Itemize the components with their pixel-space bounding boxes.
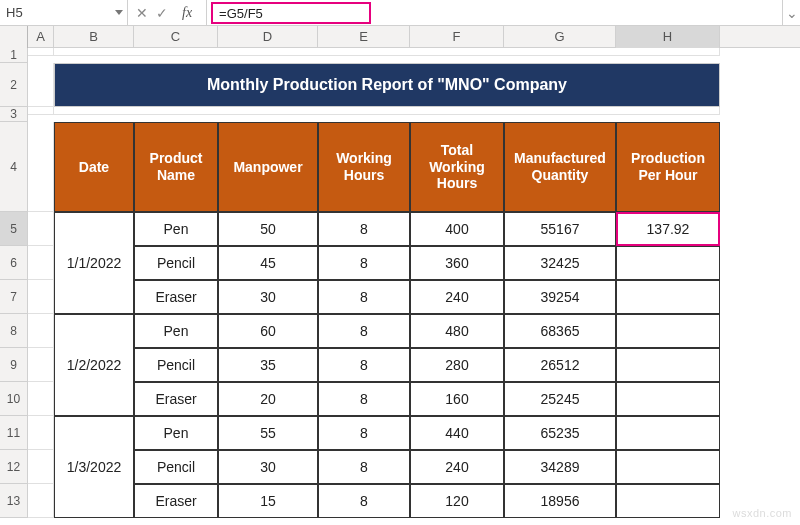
table-cell[interactable]: [616, 484, 720, 518]
table-cell[interactable]: Eraser: [134, 280, 218, 314]
th-qty[interactable]: Manufactured Quantity: [504, 122, 616, 212]
table-cell[interactable]: 120: [410, 484, 504, 518]
th-hours[interactable]: Working Hours: [318, 122, 410, 212]
row-header-11[interactable]: 11: [0, 416, 28, 450]
col-header-H[interactable]: H: [616, 26, 720, 48]
col-header-G[interactable]: G: [504, 26, 616, 48]
table-cell[interactable]: 55: [218, 416, 318, 450]
table-cell[interactable]: 8: [318, 450, 410, 484]
table-cell[interactable]: 360: [410, 246, 504, 280]
table-cell[interactable]: Pen: [134, 212, 218, 246]
table-cell[interactable]: [616, 348, 720, 382]
date-cell[interactable]: 1/1/2022: [54, 212, 134, 314]
table-cell[interactable]: 480: [410, 314, 504, 348]
cell[interactable]: [28, 122, 54, 212]
table-cell[interactable]: Eraser: [134, 484, 218, 518]
col-header-E[interactable]: E: [318, 26, 410, 48]
accept-icon[interactable]: ✓: [156, 5, 168, 21]
table-cell[interactable]: [616, 314, 720, 348]
cell[interactable]: [28, 314, 54, 348]
row-header-13[interactable]: 13: [0, 484, 28, 518]
table-cell[interactable]: 240: [410, 450, 504, 484]
report-title[interactable]: Monthly Production Report of "MNO" Compa…: [54, 63, 720, 107]
cancel-icon[interactable]: ✕: [136, 5, 148, 21]
table-cell[interactable]: 30: [218, 450, 318, 484]
cell[interactable]: [28, 382, 54, 416]
table-cell[interactable]: 45: [218, 246, 318, 280]
table-cell[interactable]: 50: [218, 212, 318, 246]
table-cell[interactable]: 8: [318, 280, 410, 314]
table-cell[interactable]: 400: [410, 212, 504, 246]
th-date[interactable]: Date: [54, 122, 134, 212]
chevron-down-icon[interactable]: [115, 10, 123, 15]
row-header-12[interactable]: 12: [0, 450, 28, 484]
th-total-hours[interactable]: Total Working Hours: [410, 122, 504, 212]
cell[interactable]: [28, 63, 54, 107]
table-cell[interactable]: 440: [410, 416, 504, 450]
th-product[interactable]: Product Name: [134, 122, 218, 212]
spreadsheet-grid[interactable]: A B C D E F G H 1 2 Monthly Production R…: [0, 26, 800, 518]
cell[interactable]: [28, 246, 54, 280]
table-cell[interactable]: 34289: [504, 450, 616, 484]
table-cell[interactable]: [616, 416, 720, 450]
table-cell[interactable]: [616, 280, 720, 314]
table-cell[interactable]: [616, 246, 720, 280]
row-header-2[interactable]: 2: [0, 63, 28, 107]
table-cell[interactable]: 65235: [504, 416, 616, 450]
table-cell[interactable]: 55167: [504, 212, 616, 246]
cell[interactable]: [28, 48, 54, 56]
table-cell[interactable]: 160: [410, 382, 504, 416]
table-cell[interactable]: 39254: [504, 280, 616, 314]
row-header-5[interactable]: 5: [0, 212, 28, 246]
cell[interactable]: [28, 450, 54, 484]
row-header-9[interactable]: 9: [0, 348, 28, 382]
date-cell[interactable]: 1/3/2022: [54, 416, 134, 518]
select-all-corner[interactable]: [0, 26, 28, 48]
table-cell[interactable]: 8: [318, 246, 410, 280]
th-pph[interactable]: Production Per Hour: [616, 122, 720, 212]
col-header-F[interactable]: F: [410, 26, 504, 48]
formula-input[interactable]: =G5/F5: [211, 2, 371, 24]
table-cell[interactable]: 280: [410, 348, 504, 382]
table-cell[interactable]: Eraser: [134, 382, 218, 416]
table-cell[interactable]: 8: [318, 382, 410, 416]
table-cell[interactable]: 15: [218, 484, 318, 518]
table-cell[interactable]: 35: [218, 348, 318, 382]
cell[interactable]: [28, 280, 54, 314]
cell[interactable]: [28, 212, 54, 246]
row-header-8[interactable]: 8: [0, 314, 28, 348]
cell[interactable]: [28, 416, 54, 450]
table-cell[interactable]: 240: [410, 280, 504, 314]
table-cell[interactable]: 8: [318, 314, 410, 348]
row-header-10[interactable]: 10: [0, 382, 28, 416]
table-cell[interactable]: Pen: [134, 314, 218, 348]
table-cell[interactable]: 68365: [504, 314, 616, 348]
table-cell[interactable]: 32425: [504, 246, 616, 280]
table-cell[interactable]: 25245: [504, 382, 616, 416]
fx-icon[interactable]: fx: [176, 5, 198, 21]
row-header-7[interactable]: 7: [0, 280, 28, 314]
cell[interactable]: [54, 48, 720, 56]
cell[interactable]: [28, 107, 54, 115]
col-header-A[interactable]: A: [28, 26, 54, 48]
date-cell[interactable]: 1/2/2022: [54, 314, 134, 416]
table-cell[interactable]: 60: [218, 314, 318, 348]
col-header-C[interactable]: C: [134, 26, 218, 48]
cell[interactable]: [28, 484, 54, 518]
col-header-B[interactable]: B: [54, 26, 134, 48]
table-cell[interactable]: 18956: [504, 484, 616, 518]
table-cell[interactable]: [616, 382, 720, 416]
col-header-D[interactable]: D: [218, 26, 318, 48]
table-cell[interactable]: 8: [318, 416, 410, 450]
row-header-3[interactable]: 3: [0, 107, 28, 122]
table-cell[interactable]: Pencil: [134, 246, 218, 280]
table-cell[interactable]: 8: [318, 484, 410, 518]
table-cell[interactable]: 8: [318, 348, 410, 382]
formula-input-wrap[interactable]: =G5/F5: [207, 0, 782, 25]
table-cell[interactable]: Pencil: [134, 450, 218, 484]
table-cell[interactable]: [616, 450, 720, 484]
row-header-4[interactable]: 4: [0, 122, 28, 212]
expand-formula-icon[interactable]: ⌄: [782, 0, 800, 25]
table-cell[interactable]: 8: [318, 212, 410, 246]
row-header-1[interactable]: 1: [0, 48, 28, 63]
